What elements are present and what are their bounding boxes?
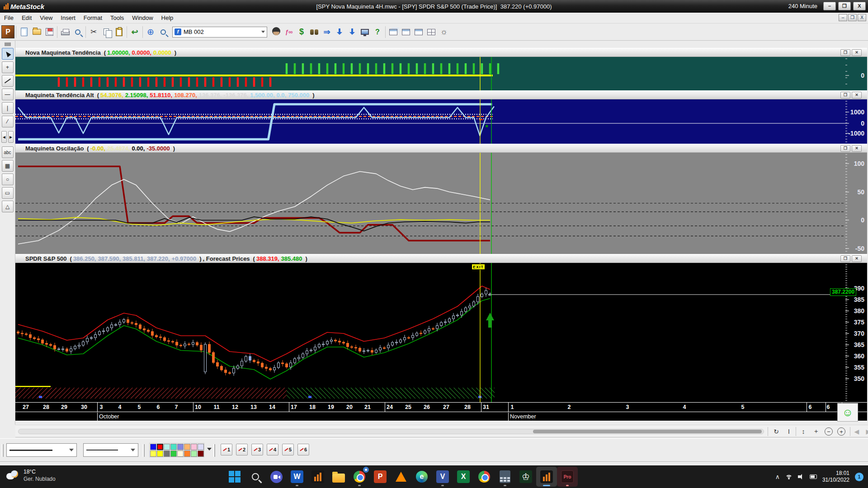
toolbar-grip[interactable]	[2, 444, 4, 457]
scroll-right-icon[interactable]: ▸	[8, 131, 14, 143]
speaker-icon[interactable]	[798, 474, 804, 479]
vertical-scale-icon[interactable]: ↕	[798, 427, 808, 436]
scroll-up-icon[interactable]	[5, 42, 11, 46]
color-swatch[interactable]	[164, 444, 170, 450]
color-swatch[interactable]	[164, 450, 170, 457]
wifi-icon[interactable]	[785, 474, 793, 479]
taskbar-edge[interactable]: e	[411, 467, 432, 487]
panel-maximize-button[interactable]: ❐	[840, 145, 850, 152]
help-pointer-icon[interactable]: ?	[371, 26, 384, 38]
print-icon[interactable]	[59, 26, 71, 38]
tile-grid-icon[interactable]	[425, 26, 438, 38]
indicator-quicklist-icon[interactable]: ƒ∞	[283, 26, 295, 38]
panel-close-button[interactable]: ✕	[852, 145, 862, 152]
taskbar-calculator[interactable]	[495, 467, 515, 487]
doc-restore-button[interactable]: ❐	[848, 14, 857, 21]
color-swatch[interactable]	[184, 450, 190, 457]
color-swatch[interactable]	[170, 450, 177, 457]
cut-icon[interactable]: ✂	[87, 26, 100, 38]
color-swatch[interactable]	[170, 444, 177, 450]
doc-close-button[interactable]: X	[858, 14, 866, 21]
page-left-icon[interactable]: ◀	[852, 427, 862, 436]
line-weight-select[interactable]	[83, 443, 138, 457]
color-swatch[interactable]	[157, 444, 163, 450]
tray-chevron-icon[interactable]: ∧	[775, 473, 780, 480]
bar-interval-icon[interactable]: I	[784, 427, 794, 436]
crosshair-icon[interactable]: ⊕	[144, 26, 157, 38]
taskbar-powerpoint[interactable]: P	[370, 467, 391, 487]
chart-window-icon[interactable]	[412, 26, 425, 38]
taskbar-search[interactable]	[245, 467, 266, 487]
zoom-in-icon[interactable]: +	[837, 427, 845, 436]
taskbar-chrome[interactable]	[474, 467, 495, 487]
settings-icon[interactable]: ☼	[438, 26, 450, 38]
toolbar-grip[interactable]	[213, 444, 215, 457]
color-swatch[interactable]	[157, 450, 163, 457]
indicator-template-button-6[interactable]: 6	[297, 444, 309, 455]
taskbar-word[interactable]: W	[287, 467, 307, 487]
menu-window[interactable]: Window	[128, 13, 157, 23]
taskbar-chess-king-app[interactable]: ♔	[515, 467, 536, 487]
power-console-icon[interactable]: P	[1, 25, 14, 38]
layout-combo[interactable]: fMB 002	[172, 27, 267, 38]
taskbar-metastock[interactable]	[536, 467, 557, 487]
color-swatch[interactable]	[191, 450, 197, 457]
color-swatch[interactable]	[191, 444, 197, 450]
zoom-icon[interactable]	[157, 26, 170, 38]
tile-windows-icon[interactable]	[400, 26, 412, 38]
indicator-template-button-4[interactable]: 4	[267, 444, 278, 455]
weather-widget[interactable]: 18°C Ger. Nublado	[6, 468, 56, 483]
system-tester-icon[interactable]	[346, 26, 359, 38]
close-button[interactable]: X	[853, 2, 866, 10]
clock[interactable]: 18:01 31/10/2022	[822, 470, 849, 483]
color-swatch[interactable]	[198, 444, 204, 450]
panel-close-button[interactable]: ✕	[852, 92, 862, 99]
save-chart-icon[interactable]	[43, 26, 56, 38]
color-swatch[interactable]	[150, 444, 156, 450]
indicator-template-button-3[interactable]: 3	[251, 444, 263, 455]
color-swatch[interactable]	[150, 450, 156, 457]
horizontal-scrollbar[interactable]	[18, 429, 764, 434]
menu-file[interactable]: File	[0, 13, 18, 23]
taskbar-metastock-launcher[interactable]	[307, 467, 328, 487]
taskbar-start[interactable]	[224, 467, 245, 487]
cascade-windows-icon[interactable]	[387, 26, 400, 38]
color-swatch[interactable]	[177, 444, 184, 450]
enhanced-explorer-icon[interactable]: ⇒	[321, 26, 333, 38]
refresh-icon[interactable]: ↻	[771, 427, 781, 436]
delete-tool-icon[interactable]: ⁄	[2, 116, 14, 127]
ellipse-tool-icon[interactable]: ○	[2, 174, 14, 185]
color-swatch[interactable]	[184, 444, 190, 450]
copy-icon[interactable]	[100, 26, 113, 38]
toolbar-grip[interactable]	[143, 444, 145, 457]
grid-tool-icon[interactable]: ▦	[2, 160, 14, 172]
expert-advisor-icon[interactable]	[270, 26, 283, 38]
downloader-icon[interactable]	[333, 26, 346, 38]
line-style-select[interactable]	[6, 443, 77, 457]
menu-tools[interactable]: Tools	[106, 13, 128, 23]
trendline-tool-icon[interactable]	[2, 75, 14, 87]
securities-icon[interactable]: $	[295, 26, 308, 38]
horizontal-scrollbar-thumb[interactable]	[533, 430, 762, 433]
color-swatch[interactable]	[198, 450, 204, 457]
battery-icon[interactable]	[810, 474, 817, 479]
doc-minimize-button[interactable]: –	[839, 14, 847, 21]
panel-close-button[interactable]: ✕	[852, 255, 862, 262]
indicator-template-button-2[interactable]: 2	[236, 444, 248, 455]
scroll-left-icon[interactable]: ◂	[1, 131, 7, 143]
explorer-icon[interactable]	[308, 26, 321, 38]
vertical-line-tool-icon[interactable]: |	[2, 102, 14, 114]
notification-badge[interactable]: 1	[855, 473, 863, 481]
print-preview-icon[interactable]	[71, 26, 84, 38]
menu-view[interactable]: View	[36, 13, 57, 23]
taskbar-chrome-profile[interactable]: ☻	[349, 467, 370, 487]
taskbar-file-explorer[interactable]	[328, 467, 349, 487]
minimize-button[interactable]: –	[823, 2, 836, 10]
menu-edit[interactable]: Edit	[18, 13, 36, 23]
indicator-template-button-5[interactable]: 5	[282, 444, 294, 455]
undo-icon[interactable]: ↩	[128, 26, 141, 38]
maximize-button[interactable]: ❐	[838, 2, 851, 10]
taskbar-visio[interactable]: V	[432, 467, 453, 487]
panel-close-button[interactable]: ✕	[852, 49, 862, 56]
crosshair-tool-icon[interactable]: +	[2, 61, 14, 73]
